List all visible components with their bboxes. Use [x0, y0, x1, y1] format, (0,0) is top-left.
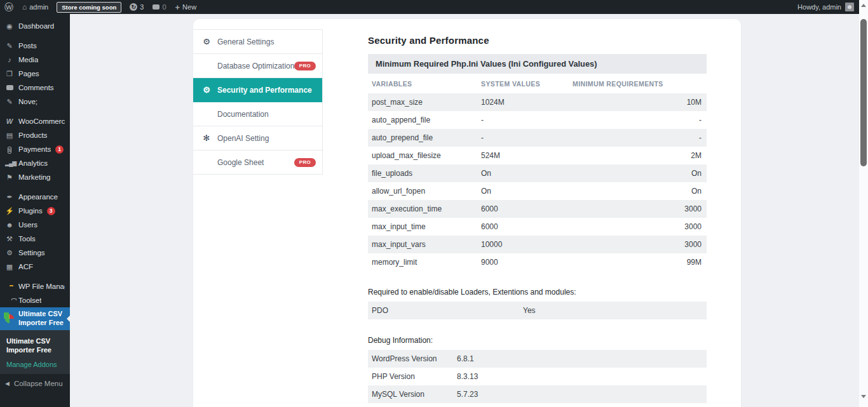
pushpin-icon: ✎ [5, 43, 14, 50]
settings-tab-list: ⚙ General Settings Database Optimization… [193, 29, 323, 175]
sidebar-item-products[interactable]: ▤ Products [0, 128, 70, 142]
sidebar-item-wp-file-manager[interactable]: WP File Manager [0, 279, 70, 293]
col-minimum-requirements: MINIMUM REQUIREMENTS [573, 80, 707, 88]
tab-database-optimization[interactable]: Database Optimization PRO [193, 54, 322, 78]
home-icon: ⌂ [22, 3, 27, 11]
database-icon [202, 62, 211, 70]
comments-icon [5, 84, 14, 91]
woocommerce-icon: W [5, 118, 14, 125]
media-icon: ♪ [5, 57, 14, 63]
page-title: Security and Performance [368, 35, 707, 46]
avatar[interactable]: ☻ [845, 3, 854, 11]
pro-badge: PRO [294, 158, 316, 167]
phpini-table-header: VARIABLES SYSTEM VALUES MINIMUM REQUIREM… [368, 74, 707, 93]
sidebar-item-toolset[interactable]: Toolset [0, 293, 70, 307]
site-name-link[interactable]: ⌂ admin [18, 0, 53, 14]
admin-bar: Ⓦ ⌂ admin Store coming soon ↻ 3 0 + New … [0, 0, 859, 14]
table-row: Server SoftWare [368, 403, 707, 407]
collapse-arrow-icon: ◀ [5, 380, 10, 387]
csv-importer-submenu: Ultimate CSV Importer Free Manage Addons [0, 330, 70, 374]
col-variables: VARIABLES [372, 80, 481, 88]
phpini-section-header: Minimum Required Php.Ini Values (Ini Con… [368, 54, 707, 74]
new-content-link[interactable]: + New [171, 0, 201, 14]
submenu-item-manage-addons[interactable]: Manage Addons [0, 357, 70, 368]
tab-general-settings[interactable]: ⚙ General Settings [193, 30, 322, 54]
wordpress-logo-icon: Ⓦ [4, 3, 13, 11]
tab-security-and-performance[interactable]: ⚙ Security and Performance [193, 78, 322, 102]
table-row: WordPress Version 6.8.1 [368, 350, 707, 368]
pages-icon: ❐ [5, 70, 14, 77]
admin-sidebar: ◉ Dashboard ✎ Posts ♪ Media ❐ Pages Comm… [0, 14, 70, 407]
howdy-text[interactable]: Howdy, admin [797, 3, 841, 11]
sidebar-item-tools[interactable]: ⚒ Tools [0, 232, 70, 246]
submenu-item-ultimate-csv-importer[interactable]: Ultimate CSV Importer Free [0, 335, 70, 357]
bar-chart-icon: ▂▄▆ [5, 161, 14, 166]
sidebar-item-nove[interactable]: ✎ Nove; [0, 95, 70, 109]
sidebar-item-pages[interactable]: ❐ Pages [0, 67, 70, 81]
table-row: max_execution_time 6000 3000 [368, 200, 707, 218]
new-label: New [182, 3, 196, 11]
updates-icon: ↻ [130, 3, 137, 11]
phpini-table: post_max_size 1024M 10M auto_append_file… [368, 93, 707, 271]
scroll-up-arrow-icon[interactable] [861, 4, 866, 7]
table-row: max_input_vars 10000 3000 [368, 236, 707, 253]
database-icon [202, 158, 211, 166]
collapse-menu-button[interactable]: ◀ Collapse Menu [0, 377, 70, 390]
comments-link[interactable]: 0 [148, 0, 170, 14]
sidebar-item-settings[interactable]: ⚙ Settings [0, 246, 70, 260]
comments-count: 0 [162, 3, 166, 11]
plug-icon: ⚡ [5, 208, 14, 215]
sidebar-item-payments[interactable]: $ Payments 1 [0, 142, 70, 156]
debug-table: WordPress Version 6.8.1 PHP Version 8.3.… [368, 350, 707, 407]
sidebar-item-media[interactable]: ♪ Media [0, 53, 70, 67]
sidebar-item-dashboard[interactable]: ◉ Dashboard [0, 19, 70, 33]
megaphone-icon: ⚑ [5, 174, 14, 181]
plugins-count-badge: 3 [47, 207, 55, 215]
wordpress-menu[interactable]: Ⓦ [0, 0, 18, 14]
pushpin-icon: ✎ [5, 98, 14, 105]
updates-count: 3 [140, 3, 144, 11]
table-row: PDO Yes [368, 302, 707, 319]
csv-importer-logo-icon [5, 314, 14, 323]
plus-icon: + [175, 3, 180, 12]
sidebar-item-woocommerce[interactable]: W WooCommerce [0, 114, 70, 128]
table-row: file_uploads On On [368, 164, 707, 182]
table-row: upload_max_filesize 524M 2M [368, 147, 707, 164]
sidebar-item-ultimate-csv-importer[interactable]: Ultimate CSV Importer Free [0, 307, 70, 330]
sidebar-item-marketing[interactable]: ⚑ Marketing [0, 170, 70, 184]
table-row: post_max_size 1024M 10M [368, 93, 707, 111]
brush-icon: ✒ [5, 194, 14, 201]
page-scrollbar[interactable] [859, 0, 868, 407]
gear-icon: ⚙ [202, 86, 211, 94]
gear-icon: ⚙ [202, 37, 211, 46]
tab-openai-setting[interactable]: ✻ OpenAI Setting [193, 126, 322, 150]
coming-soon-badge[interactable]: Store coming soon [57, 2, 121, 13]
sidebar-item-users[interactable]: ☻ Users [0, 218, 70, 232]
table-row: MySQL Version 5.7.23 [368, 385, 707, 403]
debug-label: Debug Information: [368, 336, 707, 345]
card-icon: $ [5, 146, 14, 153]
comments-bubble-icon [153, 4, 159, 10]
grid-icon: ▦ [5, 264, 14, 270]
sidebar-item-comments[interactable]: Comments [0, 81, 70, 95]
sidebar-item-posts[interactable]: ✎ Posts [0, 39, 70, 53]
table-row: max_input_time 6000 3000 [368, 218, 707, 236]
payments-count-badge: 1 [55, 145, 64, 154]
user-icon: ☻ [5, 222, 14, 229]
security-performance-panel: Security and Performance Minimum Require… [368, 35, 707, 407]
scrollbar-thumb[interactable] [860, 19, 867, 166]
table-row: auto_append_file - - [368, 111, 707, 129]
table-row: PHP Version 8.3.13 [368, 368, 707, 385]
tab-documentation[interactable]: Documentation [193, 102, 322, 126]
scroll-down-arrow-icon[interactable] [861, 395, 866, 398]
site-name: admin [29, 3, 48, 11]
sidebar-item-appearance[interactable]: ✒ Appearance [0, 190, 70, 204]
sidebar-item-analytics[interactable]: ▂▄▆ Analytics [0, 156, 70, 170]
sidebar-item-plugins[interactable]: ⚡ Plugins 3 [0, 204, 70, 218]
sidebar-item-acf[interactable]: ▦ ACF [0, 260, 70, 274]
updates-link[interactable]: ↻ 3 [125, 0, 148, 14]
tab-google-sheet[interactable]: Google Sheet PRO [193, 150, 322, 175]
wrench-icon: ⚒ [5, 236, 14, 243]
products-icon: ▤ [5, 132, 14, 139]
col-system-values: SYSTEM VALUES [481, 80, 573, 88]
